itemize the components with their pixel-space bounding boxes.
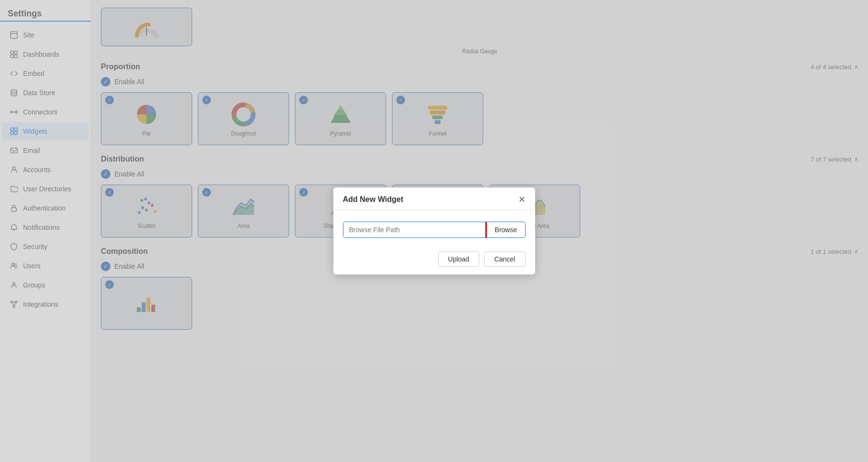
- dialog-title: Add New Widget: [343, 195, 403, 204]
- dialog-close-button[interactable]: ✕: [518, 195, 526, 204]
- file-input-row: Browse: [343, 222, 526, 238]
- upload-button[interactable]: Upload: [438, 251, 479, 267]
- add-widget-dialog: Add New Widget ✕ Browse Upload Cancel: [333, 187, 535, 275]
- dialog-body: Browse: [333, 210, 535, 246]
- browse-button[interactable]: Browse: [486, 222, 525, 237]
- dialog-footer: Upload Cancel: [333, 246, 535, 275]
- file-path-input[interactable]: [343, 222, 486, 237]
- cancel-button[interactable]: Cancel: [484, 251, 526, 267]
- modal-overlay: Add New Widget ✕ Browse Upload Cancel: [0, 0, 868, 462]
- dialog-header: Add New Widget ✕: [333, 187, 535, 210]
